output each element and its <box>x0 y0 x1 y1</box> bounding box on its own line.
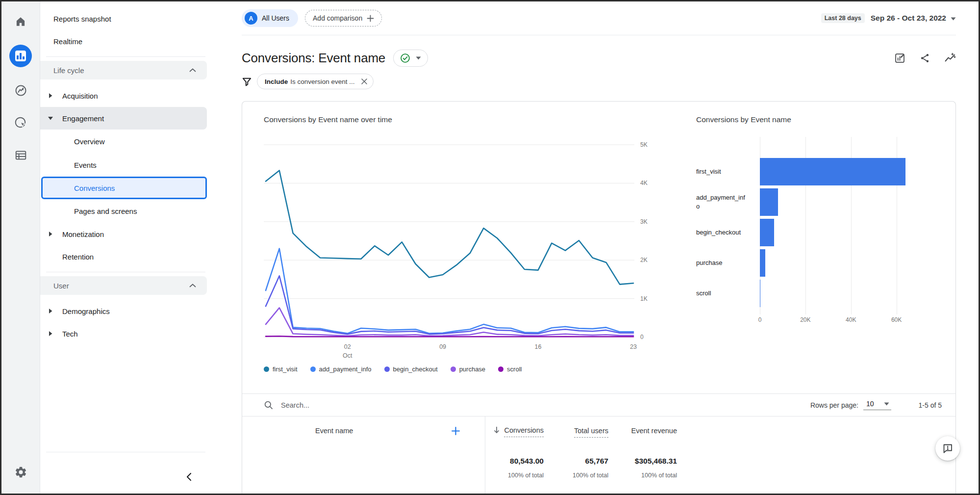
totals-blank-cell <box>242 457 485 479</box>
triangle-down-icon <box>47 117 54 120</box>
table-header-row: Event name Conversions Total users <box>242 417 955 445</box>
sidebar-item-retention[interactable]: Retention <box>40 245 207 268</box>
sidebar-divider <box>46 452 205 452</box>
bar-category-label: add_payment_info <box>696 187 760 217</box>
y-axis-label: 5K <box>640 141 648 148</box>
bar-row <box>760 217 926 248</box>
dropdown-caret-icon <box>951 14 956 23</box>
share-icon[interactable] <box>919 52 930 64</box>
totals-value: 80,543.00 <box>485 457 544 466</box>
x-axis-label: 09 <box>439 343 446 350</box>
totals-percent: 100% of total <box>608 472 677 479</box>
bar-chart-plot <box>760 137 926 314</box>
column-header-event-revenue[interactable]: Event revenue <box>608 427 677 435</box>
search-input[interactable] <box>280 401 486 410</box>
bar-chart-axis: 020K40K60K <box>760 314 926 326</box>
column-header-total-users[interactable]: Total users <box>544 427 608 435</box>
sidebar-item-acquisition[interactable]: Acquisition <box>40 84 207 107</box>
triangle-right-icon <box>47 232 54 236</box>
series-begin_checkout <box>266 276 633 334</box>
series-add_payment_info <box>266 249 633 334</box>
dropdown-caret-icon <box>884 402 889 406</box>
legend-label: first_visit <box>273 365 298 373</box>
chevron-up-icon <box>189 68 196 72</box>
column-label: Event revenue <box>631 427 677 435</box>
totals-value: $305,468.31 <box>608 457 677 466</box>
sidebar-item-conversions-selected[interactable]: Conversions <box>41 177 207 199</box>
triangle-right-icon <box>47 331 54 336</box>
filter-include-label: Include <box>265 78 288 85</box>
totals-event-revenue: $305,468.31 100% of total <box>608 457 677 479</box>
left-icon-rail <box>1 1 40 494</box>
line-chart-section: Conversions by Event name over time 01K2… <box>264 115 671 393</box>
advertising-icon[interactable] <box>1 116 40 130</box>
rows-per-page: Rows per page: 10 <box>810 400 891 410</box>
sidebar-item-engagement[interactable]: Engagement <box>40 107 207 130</box>
sidebar-item-pages-and-screens[interactable]: Pages and screens <box>40 199 241 223</box>
chart-legend: first_visitadd_payment_infobegin_checkou… <box>264 365 671 373</box>
section-label: User <box>53 282 69 290</box>
admin-gear-icon[interactable] <box>1 466 40 479</box>
pagination-status: 1-5 of 5 <box>919 401 942 409</box>
all-users-chip[interactable]: A All Users <box>242 9 298 27</box>
filter-chip[interactable]: Include Is conversion event ... <box>257 74 374 89</box>
bar-category-label: begin_checkout <box>696 217 760 248</box>
home-icon[interactable] <box>1 15 40 28</box>
column-header-conversions[interactable]: Conversions <box>485 426 544 435</box>
sidebar-item-events[interactable]: Events <box>40 153 241 177</box>
y-axis-label: 3K <box>640 218 648 225</box>
legend-label: scroll <box>507 365 522 373</box>
reports-icon[interactable] <box>1 45 40 67</box>
bar-row <box>760 278 926 309</box>
search-icon <box>264 400 273 410</box>
table-toolbar: Rows per page: 10 1-5 of 5 <box>242 394 955 417</box>
customize-report-icon[interactable] <box>894 52 905 64</box>
explore-icon[interactable] <box>1 84 40 97</box>
table-totals-row: 80,543.00 100% of total 65,767 100% of t… <box>242 445 955 479</box>
comparison-avatar: A <box>245 12 257 25</box>
sidebar-item-label: Demographics <box>62 307 110 315</box>
app-window: Reports snapshot Realtime Life cycle Acq… <box>0 0 980 495</box>
add-comparison-button[interactable]: Add comparison <box>305 10 382 26</box>
legend-item-scroll: scroll <box>498 365 522 373</box>
feedback-button[interactable] <box>935 436 960 461</box>
rows-per-page-select[interactable]: 10 <box>863 400 891 410</box>
legend-label: add_payment_info <box>319 365 372 373</box>
sidebar-item-realtime[interactable]: Realtime <box>40 30 241 52</box>
bar-row <box>760 248 926 278</box>
totals-total-users: 65,767 100% of total <box>544 457 608 479</box>
filter-condition-label: Is conversion event ... <box>290 78 354 85</box>
close-icon[interactable] <box>361 78 368 85</box>
sidebar-item-label: Conversions <box>74 184 115 192</box>
report-status-button[interactable] <box>393 50 428 67</box>
column-header-event-name[interactable]: Event name <box>242 426 485 436</box>
sidebar-item-label: Monetization <box>62 230 104 238</box>
rows-per-page-label: Rows per page: <box>810 401 858 409</box>
date-range-value: Sep 26 - Oct 23, 2022 <box>871 14 946 23</box>
sidebar-item-tech[interactable]: Tech <box>40 322 207 345</box>
sidebar-item-label: Overview <box>74 137 105 146</box>
legend-dot <box>498 366 503 372</box>
library-icon[interactable] <box>1 149 40 162</box>
line-chart: 01K2K3K4K5K02Oct091623 <box>264 129 661 360</box>
bar-begin_checkout <box>760 219 774 246</box>
date-range-picker[interactable]: Last 28 days Sep 26 - Oct 23, 2022 <box>821 13 956 23</box>
bar-category-label: purchase <box>696 248 760 278</box>
sidebar-item-demographics[interactable]: Demographics <box>40 300 207 322</box>
sidebar-item-label: Reports snapshot <box>53 15 111 23</box>
legend-dot <box>451 366 456 372</box>
add-comparison-label: Add comparison <box>313 14 362 22</box>
sidebar-item-label: Tech <box>62 330 78 338</box>
report-card: Conversions by Event name over time 01K2… <box>242 101 956 494</box>
sidebar-item-overview[interactable]: Overview <box>40 130 241 153</box>
bar-chart-section: Conversions by Event name first_visitadd… <box>671 115 955 393</box>
collapse-sidebar-icon[interactable] <box>185 472 192 482</box>
sidebar-item-monetization[interactable]: Monetization <box>40 223 207 245</box>
column-label: Conversions <box>504 426 544 437</box>
add-column-icon[interactable] <box>451 426 460 436</box>
sidebar-item-reports-snapshot[interactable]: Reports snapshot <box>40 7 241 30</box>
sidebar-section-life-cycle[interactable]: Life cycle <box>40 61 207 79</box>
sidebar-section-user[interactable]: User <box>40 276 207 295</box>
rows-per-page-value: 10 <box>866 400 874 408</box>
insights-icon[interactable] <box>944 52 956 64</box>
